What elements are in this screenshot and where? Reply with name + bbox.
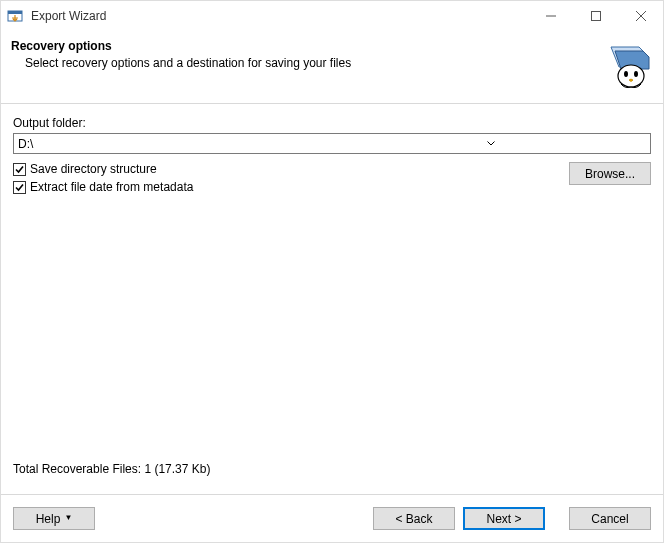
header-subtitle: Select recovery options and a destinatio… — [11, 56, 593, 70]
chevron-down-icon — [333, 134, 648, 153]
app-icon — [7, 8, 23, 24]
maximize-button[interactable] — [573, 1, 618, 31]
status-text: Total Recoverable Files: 1 (17.37 Kb) — [13, 462, 651, 476]
svg-point-3 — [618, 65, 644, 87]
caret-down-icon: ▼ — [64, 513, 72, 522]
save-directory-structure-label: Save directory structure — [30, 162, 157, 176]
wizard-icon — [601, 39, 651, 89]
extract-file-date-label: Extract file date from metadata — [30, 180, 193, 194]
svg-rect-2 — [591, 12, 600, 21]
output-folder-combo[interactable]: D:\ — [13, 133, 651, 154]
browse-button[interactable]: Browse... — [569, 162, 651, 185]
save-directory-structure-checkbox[interactable]: Save directory structure — [13, 162, 569, 176]
output-folder-label: Output folder: — [13, 116, 651, 130]
svg-point-5 — [634, 71, 638, 77]
back-button[interactable]: < Back — [373, 507, 455, 530]
check-icon — [13, 181, 26, 194]
close-button[interactable] — [618, 1, 663, 31]
svg-point-4 — [624, 71, 628, 77]
footer: Help ▼ < Back Next > Cancel — [1, 494, 663, 542]
wizard-header: Recovery options Select recovery options… — [1, 31, 663, 97]
header-divider — [1, 103, 663, 104]
extract-file-date-checkbox[interactable]: Extract file date from metadata — [13, 180, 569, 194]
svg-rect-1 — [8, 11, 22, 14]
output-folder-value: D:\ — [18, 137, 333, 151]
help-button[interactable]: Help ▼ — [13, 507, 95, 530]
check-icon — [13, 163, 26, 176]
next-button[interactable]: Next > — [463, 507, 545, 530]
help-label: Help — [36, 512, 61, 526]
titlebar: Export Wizard — [1, 1, 663, 31]
window-title: Export Wizard — [31, 9, 106, 23]
minimize-button[interactable] — [528, 1, 573, 31]
header-title: Recovery options — [11, 39, 593, 53]
cancel-button[interactable]: Cancel — [569, 507, 651, 530]
